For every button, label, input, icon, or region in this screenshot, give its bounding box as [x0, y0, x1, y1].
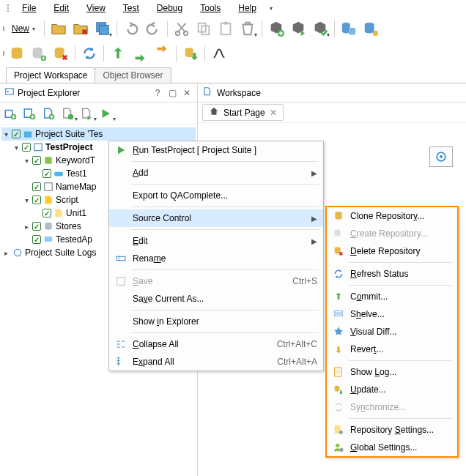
paste-icon[interactable]	[216, 19, 235, 38]
cube-check-icon[interactable]: ▾	[311, 19, 330, 38]
commit-icon[interactable]	[108, 44, 127, 63]
home-icon	[209, 106, 219, 119]
mi-show-explorer[interactable]: Show in Explorer	[109, 313, 323, 330]
project-explorer-header: Project Explorer ? ▢ ✕	[0, 83, 197, 103]
mi-repo-settings[interactable]: Repository Settings...	[327, 421, 457, 439]
log-icon	[330, 366, 347, 378]
undo-icon[interactable]	[122, 19, 141, 38]
svg-rect-27	[34, 144, 42, 150]
global-settings-icon	[330, 442, 347, 453]
delete-repo-icon[interactable]	[51, 44, 70, 63]
workspace-title: Workspace	[217, 88, 261, 98]
menu-view[interactable]: View	[78, 1, 114, 15]
branch-icon[interactable]	[210, 44, 229, 63]
save-all-icon[interactable]: ▾	[93, 19, 112, 38]
mi-refresh-status[interactable]: Refresh Status	[327, 265, 457, 283]
cut-icon[interactable]	[172, 19, 191, 38]
svg-point-48	[339, 448, 343, 452]
menu-file[interactable]: File	[13, 1, 45, 15]
add-existing-icon[interactable]: ▾	[59, 105, 76, 122]
mi-delete-repo[interactable]: Delete Repository	[327, 242, 457, 260]
svg-rect-42	[335, 314, 343, 316]
delete-icon[interactable]: ▾	[238, 19, 257, 38]
menu-overflow[interactable]: ▾	[265, 4, 277, 13]
checkout-up-icon[interactable]	[152, 44, 171, 63]
refresh-icon[interactable]	[80, 44, 99, 63]
document-tabs: Start Page ✕	[198, 103, 466, 123]
mi-collapse-all[interactable]: Collapse AllCtrl+Alt+C	[109, 335, 323, 353]
mi-visual-diff[interactable]: Visual Diff...	[327, 323, 457, 341]
mi-run[interactable]: Run TestProject [ Project Suite ]	[109, 141, 323, 159]
mi-clone-repo[interactable]: Clone Repository...	[327, 207, 457, 225]
menu-debug[interactable]: Debug	[148, 1, 191, 15]
clone-icon	[330, 210, 347, 222]
project-explorer-toolbar: ▾ ▾ ▾	[0, 103, 197, 124]
repo-settings-icon	[330, 424, 347, 436]
menu-edit[interactable]: Edit	[45, 1, 78, 15]
commit-menu-icon	[330, 291, 347, 302]
svg-point-3	[184, 31, 188, 35]
menu-help[interactable]: Help	[229, 1, 265, 15]
checkout-down-icon[interactable]	[130, 44, 149, 63]
update-icon[interactable]	[181, 44, 200, 63]
main-menubar: File Edit View Test Debug Tools Help ▾	[0, 0, 466, 16]
svg-point-35	[440, 155, 443, 158]
toolbar-grip	[3, 26, 4, 31]
sync-icon	[330, 401, 347, 413]
add-project-icon[interactable]	[21, 105, 38, 122]
workspace-header: Workspace	[198, 83, 466, 103]
mi-expand-all[interactable]: Expand AllCtrl+Alt+A	[109, 353, 323, 371]
svg-rect-41	[335, 310, 343, 313]
db-gear-icon[interactable]	[361, 19, 380, 38]
mi-global-settings[interactable]: Global Settings...	[327, 439, 457, 456]
mi-show-log[interactable]: Show Log...	[327, 363, 457, 381]
create-repo-icon[interactable]	[29, 44, 48, 63]
mi-revert[interactable]: Revert...	[327, 341, 457, 358]
mi-update[interactable]: Update...	[327, 381, 457, 398]
add-item-icon[interactable]	[40, 105, 57, 122]
svg-point-25	[68, 114, 74, 119]
start-page-tab[interactable]: Start Page ✕	[202, 104, 284, 121]
clone-repo-icon[interactable]	[7, 44, 26, 63]
svg-rect-30	[45, 183, 53, 191]
run-current-icon[interactable]: ▾	[78, 105, 95, 122]
copy-icon[interactable]	[194, 19, 213, 38]
db-dual-icon[interactable]	[339, 19, 358, 38]
tree-suite-node[interactable]: ▾✓Project Suite 'Tes	[1, 127, 196, 141]
panel-close-icon[interactable]: ✕	[181, 88, 193, 98]
redo-icon[interactable]	[144, 19, 163, 38]
svg-rect-29	[54, 172, 63, 176]
svg-point-33	[14, 249, 21, 256]
update-menu-icon	[330, 384, 347, 395]
mi-add[interactable]: Add▶	[109, 164, 323, 182]
panel-options-icon[interactable]: ▢	[166, 88, 178, 98]
cube-left-icon[interactable]	[289, 19, 308, 38]
menu-test[interactable]: Test	[114, 1, 148, 15]
mi-export-qac[interactable]: Export to QAComplete...	[109, 187, 323, 204]
mi-rename[interactable]: Rename	[109, 250, 323, 267]
svg-rect-1	[99, 25, 108, 34]
diff-icon	[330, 326, 347, 338]
add-suite-icon[interactable]	[1, 105, 19, 122]
mi-commit[interactable]: Commit...	[327, 288, 457, 305]
cube-add-icon[interactable]	[267, 19, 286, 38]
close-tab-icon[interactable]: ✕	[270, 108, 277, 118]
mi-save-as[interactable]: Save Current As...	[109, 290, 323, 308]
tab-object-browser[interactable]: Object Browser	[95, 67, 171, 83]
mi-source-control[interactable]: Source Control▶	[109, 209, 323, 227]
new-button[interactable]: New▾	[7, 22, 40, 35]
close-folder-icon[interactable]	[71, 19, 90, 38]
floating-settings-button[interactable]	[429, 146, 453, 167]
open-folder-icon[interactable]	[49, 19, 68, 38]
svg-rect-37	[117, 278, 125, 286]
project-explorer-icon	[4, 86, 15, 99]
mi-synchronize: Synchronize...	[327, 398, 457, 416]
panel-help-icon[interactable]: ?	[152, 88, 163, 98]
svg-rect-6	[221, 23, 231, 35]
tab-project-workspace[interactable]: Project Workspace	[6, 67, 95, 83]
run-icon[interactable]: ▾	[97, 105, 114, 122]
mi-edit[interactable]: Edit▶	[109, 232, 323, 250]
toolbar-grip-2	[3, 51, 4, 56]
menu-tools[interactable]: Tools	[191, 1, 229, 15]
mi-shelve[interactable]: Shelve...	[327, 305, 457, 323]
